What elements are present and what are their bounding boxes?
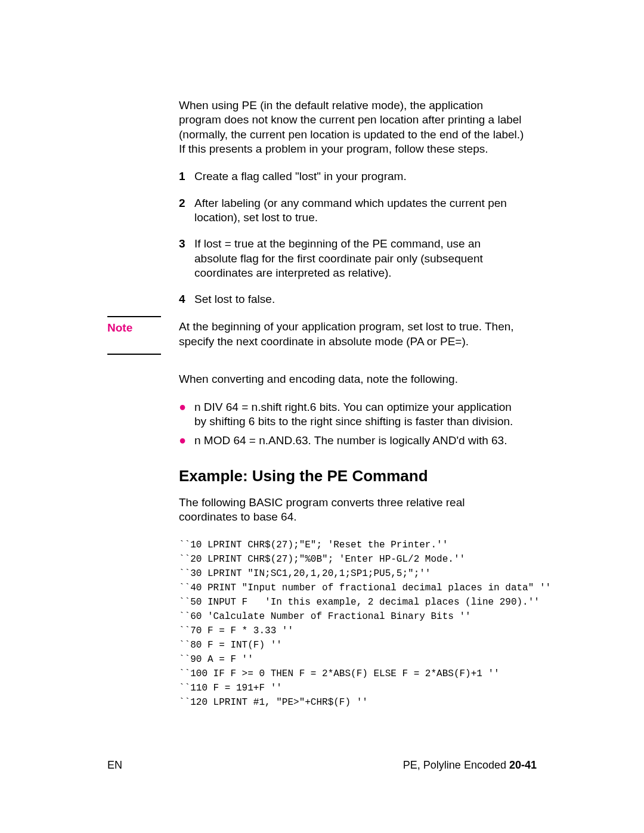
converting-intro: When converting and encoding data, note … (179, 372, 525, 386)
step-item: 4Set lost to false. (179, 292, 525, 306)
footer-right: PE, Polyline Encoded 20-41 (403, 759, 537, 772)
bullet-icon: ● (179, 400, 194, 429)
page-content: When using PE (in the default relative m… (107, 98, 537, 710)
intro-paragraph: When using PE (in the default relative m… (179, 98, 525, 156)
example-intro: The following BASIC program converts thr… (179, 496, 525, 525)
step-number: 4 (179, 292, 194, 306)
footer-left: EN (107, 759, 122, 772)
code-block: ``10 LPRINT CHR$(27);"E"; 'Reset the Pri… (179, 538, 525, 710)
step-text: Create a flag called "lost" in your prog… (194, 169, 525, 184)
note-label: Note (107, 317, 161, 353)
step-text: After labeling (or any command which upd… (194, 196, 525, 225)
list-item: ●n MOD 64 = n.AND.63. The number is logi… (179, 433, 525, 448)
step-item: 1Create a flag called "lost" in your pro… (179, 169, 525, 184)
step-number: 3 (179, 237, 194, 280)
bullet-text: n MOD 64 = n.AND.63. The number is logic… (194, 433, 525, 448)
footer-page-number: 20-41 (509, 759, 537, 771)
note-text: At the beginning of your application pro… (179, 320, 525, 349)
step-text: If lost = true at the beginning of the P… (194, 237, 525, 280)
body-column: When using PE (in the default relative m… (179, 98, 525, 710)
bulleted-list: ●n DIV 64 = n.shift right.6 bits. You ca… (179, 400, 525, 448)
bullet-icon: ● (179, 433, 194, 448)
step-item: 2After labeling (or any command which up… (179, 196, 525, 225)
example-heading: Example: Using the PE Command (179, 466, 525, 486)
step-item: 3If lost = true at the beginning of the … (179, 237, 525, 280)
note-sidebar: Note (107, 316, 161, 354)
step-number: 1 (179, 169, 194, 184)
page-footer: EN PE, Polyline Encoded 20-41 (107, 759, 537, 772)
note-row: Note At the beginning of your applicatio… (179, 320, 525, 355)
numbered-steps: 1Create a flag called "lost" in your pro… (179, 169, 525, 306)
list-item: ●n DIV 64 = n.shift right.6 bits. You ca… (179, 400, 525, 429)
note-rule-block: Note (107, 316, 161, 354)
step-text: Set lost to false. (194, 292, 525, 306)
step-number: 2 (179, 196, 194, 225)
bullet-text: n DIV 64 = n.shift right.6 bits. You can… (194, 400, 525, 429)
footer-section-title: PE, Polyline Encoded (403, 759, 509, 771)
